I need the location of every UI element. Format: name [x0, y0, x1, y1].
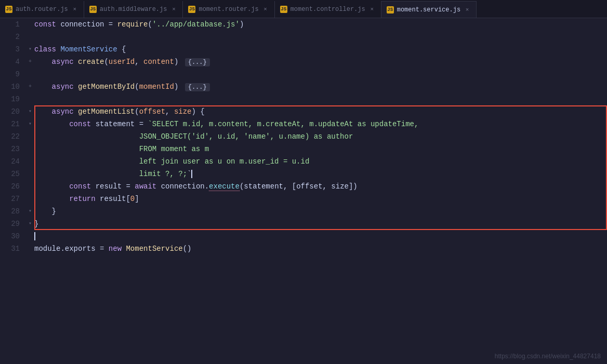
code-line-30 — [34, 230, 607, 242]
code-line-31: module.exports = new MomentService() — [34, 242, 607, 255]
line-num-24: 24 — [0, 155, 26, 168]
code-line-21: const statement = `SELECT m.id, m.conten… — [34, 118, 607, 130]
line-num-31: 31 — [0, 242, 26, 255]
code-line-2 — [34, 31, 607, 43]
tab-close-auth-middleware[interactable]: × — [170, 6, 177, 12]
tab-close-moment-service[interactable]: × — [464, 7, 471, 13]
tab-close-auth-router[interactable]: × — [71, 6, 78, 12]
code-line-10: async getMomentById(momentId) {...} — [34, 80, 607, 93]
line-num-26: 26 — [0, 180, 26, 193]
editor: 1 2 3 4 9 10 19 20 21 22 23 24 25 26 27 … — [0, 18, 607, 364]
code-line-20: async getMomentList(offset, size) { — [34, 105, 607, 118]
tab-auth-middleware[interactable]: JS auth.middleware.js × — [84, 1, 183, 18]
tab-label: auth.router.js — [16, 6, 68, 13]
tab-label: auth.middleware.js — [100, 6, 167, 13]
js-icon: JS — [280, 6, 287, 13]
code-line-24: left join user as u on m.user_id = u.id — [34, 155, 607, 168]
fold-line-19 — [26, 93, 34, 105]
line-num-23: 23 — [0, 143, 26, 155]
line-num-2: 2 — [0, 31, 26, 43]
fold-gutter: ▾ + + ▾ ▾ ▾ ▾ — [26, 18, 34, 364]
line-num-21: 21 — [0, 118, 26, 130]
line-num-9: 9 — [0, 68, 26, 80]
code-line-1: const connection = require('../app/datab… — [34, 18, 607, 31]
line-num-29: 29 — [0, 218, 26, 230]
code-line-26: const result = await connection.execute(… — [34, 180, 607, 193]
tab-label: moment.router.js — [199, 6, 258, 13]
js-icon: JS — [188, 6, 195, 13]
line-numbers: 1 2 3 4 9 10 19 20 21 22 23 24 25 26 27 … — [0, 18, 26, 364]
tab-bar: JS auth.router.js × JS auth.middleware.j… — [0, 0, 607, 18]
fold-line-10[interactable]: + — [26, 80, 34, 93]
tab-close-moment-controller[interactable]: × — [368, 6, 376, 12]
line-num-20: 20 — [0, 105, 26, 118]
fold-line-23 — [26, 143, 34, 155]
fold-line-3[interactable]: ▾ — [26, 43, 34, 56]
tab-moment-router[interactable]: JS moment.router.js × — [183, 1, 274, 18]
fold-line-30 — [26, 230, 34, 242]
line-num-3: 3 — [0, 43, 26, 56]
line-num-4: 4 — [0, 56, 26, 68]
line-num-27: 27 — [0, 193, 26, 205]
code-line-28: } — [34, 205, 607, 218]
code-line-25: limit ?, ?;` — [34, 168, 607, 180]
fold-line-31 — [26, 242, 34, 255]
tab-label: moment.service.js — [397, 6, 460, 14]
code-line-9 — [34, 68, 607, 80]
line-num-22: 22 — [0, 130, 26, 143]
fold-line-20[interactable]: ▾ — [26, 105, 34, 118]
fold-line-26 — [26, 180, 34, 193]
tab-auth-router[interactable]: JS auth.router.js × — [0, 1, 84, 18]
fold-line-24 — [26, 155, 34, 168]
code-line-23: FROM moment as m — [34, 143, 607, 155]
code-line-19 — [34, 93, 607, 105]
fold-line-28[interactable]: ▾ — [26, 205, 34, 218]
fold-line-2 — [26, 31, 34, 43]
line-num-25: 25 — [0, 168, 26, 180]
line-num-30: 30 — [0, 230, 26, 242]
js-icon: JS — [5, 6, 12, 13]
line-num-19: 19 — [0, 93, 26, 105]
code-lines: const connection = require('../app/datab… — [34, 18, 607, 255]
tab-close-moment-router[interactable]: × — [262, 6, 269, 12]
fold-line-22 — [26, 130, 34, 143]
fold-line-4[interactable]: + — [26, 56, 34, 68]
code-line-3: class MomentService { — [34, 43, 607, 56]
fold-line-25 — [26, 168, 34, 180]
line-num-28: 28 — [0, 205, 26, 218]
watermark: https://blog.csdn.net/weixin_44827418 — [495, 353, 601, 360]
tab-moment-service[interactable]: JS moment.service.js × — [381, 1, 477, 18]
fold-line-9 — [26, 68, 34, 80]
fold-line-29[interactable]: ▾ — [26, 218, 34, 230]
fold-line-27 — [26, 193, 34, 205]
line-num-10: 10 — [0, 80, 26, 93]
js-icon: JS — [89, 6, 97, 13]
code-line-22: JSON_OBJECT('id', u.id, 'name', u.name) … — [34, 130, 607, 143]
code-line-29: } — [34, 218, 607, 230]
line-num-1: 1 — [0, 18, 26, 31]
js-icon: JS — [387, 6, 394, 14]
fold-line-21[interactable]: ▾ — [26, 118, 34, 130]
fold-line-1 — [26, 18, 34, 31]
code-line-27: return result[0] — [34, 193, 607, 205]
tab-moment-controller[interactable]: JS moment.controller.js × — [275, 1, 381, 18]
tab-label: moment.controller.js — [291, 6, 365, 13]
code-line-4: async create(userId, content) {...} — [34, 56, 607, 68]
code-area[interactable]: const connection = require('../app/datab… — [34, 18, 607, 364]
